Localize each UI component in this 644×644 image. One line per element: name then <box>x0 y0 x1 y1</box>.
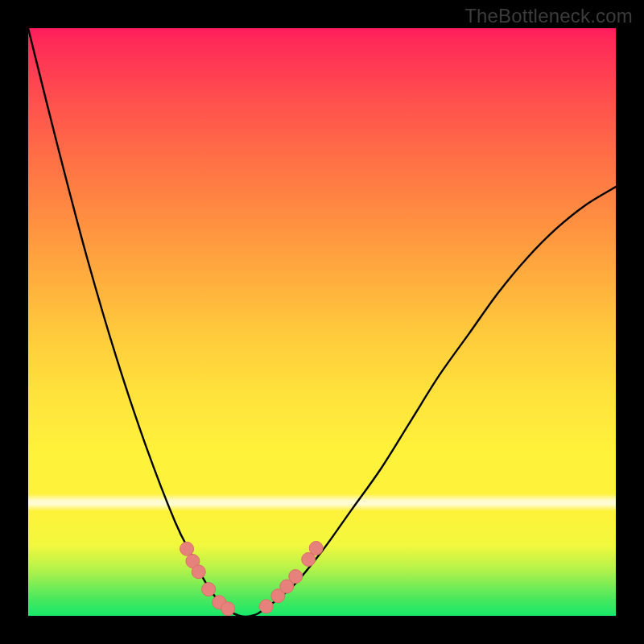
watermark-text: TheBottleneck.com <box>464 5 633 27</box>
data-marker <box>221 602 235 616</box>
data-marker <box>309 542 323 555</box>
plot-area <box>28 28 616 616</box>
data-marker <box>202 583 216 597</box>
data-marker <box>259 600 273 613</box>
curve-layer <box>28 28 616 616</box>
data-marker <box>192 565 205 579</box>
bottleneck-curve-path <box>28 28 616 616</box>
marker-group <box>180 542 324 616</box>
chart-frame: TheBottleneck.com <box>0 0 644 644</box>
data-marker <box>289 570 303 584</box>
data-marker <box>180 542 194 555</box>
